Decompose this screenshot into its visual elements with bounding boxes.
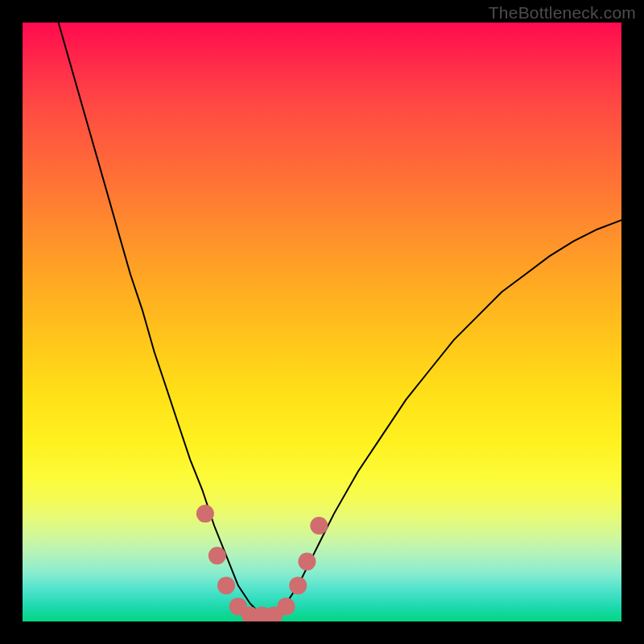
valley-marker — [277, 597, 295, 615]
valley-marker — [208, 547, 226, 564]
plot-area — [23, 23, 621, 621]
valley-marker — [298, 553, 316, 571]
outer-frame: TheBottleneck.com — [0, 0, 644, 644]
curve-layer — [23, 23, 621, 621]
watermark-text: TheBottleneck.com — [489, 3, 636, 23]
valley-markers-group — [196, 505, 328, 621]
valley-marker — [289, 576, 307, 594]
bottleneck-curve — [59, 23, 621, 616]
valley-marker — [196, 505, 214, 522]
valley-marker — [217, 576, 235, 594]
valley-marker — [310, 517, 328, 535]
